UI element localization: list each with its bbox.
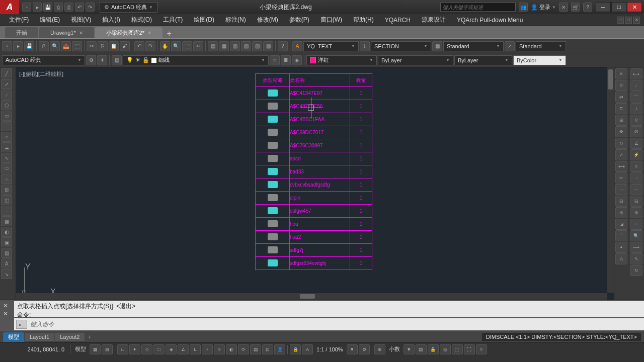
menu-help[interactable]: 帮助(H) <box>348 15 379 25</box>
workspace-settings-icon[interactable]: ⚙ <box>86 55 96 65</box>
redo-icon[interactable]: ↷ <box>145 41 155 51</box>
units-label[interactable]: 小数 <box>386 345 403 353</box>
close-icon[interactable]: ✕ <box>3 310 11 318</box>
tablestyle-icon[interactable]: ▦ <box>432 41 442 51</box>
dimupdate-icon[interactable]: ↻ <box>630 265 642 276</box>
insert-icon[interactable]: ⊞ <box>1 185 12 195</box>
menu-window[interactable]: 窗口(W) <box>315 15 347 25</box>
3dprint-icon[interactable]: ⬚ <box>72 41 82 51</box>
otrack-icon[interactable]: ∠ <box>178 344 189 354</box>
tab-start[interactable]: 开始 <box>5 27 38 38</box>
add-layout-button[interactable]: + <box>85 334 94 340</box>
mirror-icon[interactable]: ⇄ <box>615 92 627 103</box>
transparency-icon[interactable]: ◐ <box>226 344 237 354</box>
doc-restore-button[interactable]: □ <box>625 17 632 24</box>
viewport-label[interactable]: [-][俯视][二维线框] <box>19 70 63 78</box>
menu-edit[interactable]: 编辑(E) <box>35 15 65 25</box>
mtext-icon[interactable]: A <box>1 258 12 268</box>
ellipsearc-icon[interactable]: ⌓ <box>1 174 12 184</box>
menu-file[interactable]: 文件(F) <box>4 15 34 25</box>
layer-prev-icon[interactable]: ≡ <box>270 55 280 65</box>
vertical-scrollbar[interactable] <box>607 67 614 293</box>
mleaderstyle-dropdown[interactable]: Standard▼ <box>516 41 566 51</box>
spline-icon[interactable]: ∿ <box>1 153 12 163</box>
centermark-icon[interactable]: + <box>630 219 642 230</box>
dimstyle-icon[interactable]: ⟟ <box>360 41 370 51</box>
plot-icon[interactable]: ⎙ <box>39 41 49 51</box>
new-icon[interactable]: ▫ <box>2 41 12 51</box>
layout-tab-model[interactable]: 模型 <box>3 332 24 342</box>
drawing-viewport[interactable]: [-][俯视][二维线框] 类型缩略 类名称 数量 A$C41347E97 1 … <box>16 67 614 300</box>
dim-continue-icon[interactable]: → <box>630 172 642 184</box>
help-icon[interactable]: ? <box>583 3 592 12</box>
dim-angular-icon[interactable]: ∠ <box>630 138 642 149</box>
close-icon[interactable]: ✕ <box>3 302 11 310</box>
hatch-icon[interactable]: ▦ <box>1 216 12 226</box>
dim-arc-icon[interactable]: ⌒ <box>630 92 642 103</box>
am-icon[interactable]: 👤 <box>274 344 285 354</box>
save-icon[interactable]: 💾 <box>43 3 52 12</box>
print-icon[interactable]: ⎙ <box>64 3 73 12</box>
block-icon[interactable]: ◫ <box>1 195 12 205</box>
lwt-icon[interactable]: ≡ <box>214 344 225 354</box>
layer-dropdown[interactable]: 💡 ☀ 🔓 细线 ▼ <box>123 55 269 65</box>
minimize-button[interactable]: ─ <box>596 2 611 12</box>
addselected-icon[interactable]: ↘ <box>1 269 12 279</box>
login-button[interactable]: 👤 登录 ▼ <box>531 4 556 11</box>
gear2-icon[interactable]: ⚙ <box>359 344 370 354</box>
join-icon[interactable]: ⊕ <box>615 207 627 218</box>
cut-icon[interactable]: ✂ <box>87 41 97 51</box>
saveas-icon[interactable]: ⎙ <box>54 3 63 12</box>
lineweight-dropdown[interactable]: ByLayer▼ <box>378 55 453 65</box>
chamfer-icon[interactable]: ◢ <box>615 219 627 230</box>
zoom-dd-icon[interactable]: ▼ <box>347 344 358 354</box>
exchange-icon[interactable]: ✕ <box>559 3 568 12</box>
annoscale2-icon[interactable]: A <box>302 344 313 354</box>
menu-view[interactable]: 视图(V) <box>66 15 96 25</box>
scale-icon[interactable]: ⤢ <box>615 149 627 160</box>
dim-break-icon[interactable]: ⊟ <box>630 196 642 207</box>
cleanscreen-icon[interactable]: ⛶ <box>464 344 475 354</box>
infocenter-icon[interactable]: 👥 <box>519 3 528 12</box>
qp-icon[interactable]: ▤ <box>250 344 261 354</box>
menu-yuanquan[interactable]: 源泉设计 <box>417 15 451 25</box>
workspace-dropdown[interactable]: ⚙ AutoCAD 经典 ▼ <box>100 2 157 13</box>
zoom-level[interactable]: 1:1 / 100% <box>313 346 346 352</box>
stretch-icon[interactable]: ⟷ <box>615 161 627 172</box>
table-icon[interactable]: ▤ <box>1 248 12 258</box>
dim-diameter-icon[interactable]: Ø <box>630 126 642 137</box>
menu-yqarch-pulldown[interactable]: YQArch Pull-down Menu <box>452 16 528 25</box>
tolerance-icon[interactable]: ⊕ <box>630 207 642 218</box>
color-dropdown[interactable]: 洋红▼ <box>306 55 377 65</box>
quickprops-icon[interactable]: ▤ <box>416 344 427 354</box>
dimjog-icon[interactable]: ⟿ <box>630 242 642 253</box>
line-icon[interactable]: ╱ <box>1 68 12 78</box>
markup-icon[interactable]: ▨ <box>252 41 262 51</box>
fillet-icon[interactable]: ⌒ <box>615 230 627 241</box>
pan-icon[interactable]: ✋ <box>160 41 170 51</box>
lock-ui-icon[interactable]: 🔒 <box>428 344 439 354</box>
ellipse-icon[interactable]: ⬭ <box>1 163 12 173</box>
plotstyle-dropdown[interactable]: ByColor▼ <box>513 55 566 65</box>
copy-icon[interactable]: ⎘ <box>615 80 627 91</box>
move-icon[interactable]: ✥ <box>615 126 627 137</box>
dim-space-icon[interactable]: ↔ <box>630 184 642 195</box>
extend-icon[interactable]: → <box>615 184 627 195</box>
polar-icon[interactable]: ✦ <box>129 344 140 354</box>
sheetset-icon[interactable]: ▧ <box>241 41 251 51</box>
workspace-dropdown-2[interactable]: AutoCAD 经典▼ <box>2 55 85 65</box>
zoom-icon[interactable]: 🔍 <box>171 41 181 51</box>
matchprop-icon[interactable]: 🖌 <box>120 41 130 51</box>
point-icon[interactable]: · <box>1 206 12 216</box>
layout-tab-layout1[interactable]: Layout1 <box>25 333 54 341</box>
dim-quick-icon[interactable]: ⚡ <box>630 149 642 160</box>
break-icon[interactable]: ⊟ <box>615 196 627 207</box>
tab-drawing1[interactable]: Drawing1*✕ <box>39 27 94 38</box>
xline-icon[interactable]: ⤢ <box>1 79 12 89</box>
dyn-icon[interactable]: + <box>202 344 213 354</box>
command-prompt-icon[interactable]: ▸_ <box>16 320 27 329</box>
close-icon[interactable]: ✕ <box>79 30 83 36</box>
menu-tools[interactable]: 工具(T) <box>158 15 188 25</box>
properties-icon[interactable]: ▤ <box>208 41 218 51</box>
doc-minimize-button[interactable]: ─ <box>617 17 624 24</box>
